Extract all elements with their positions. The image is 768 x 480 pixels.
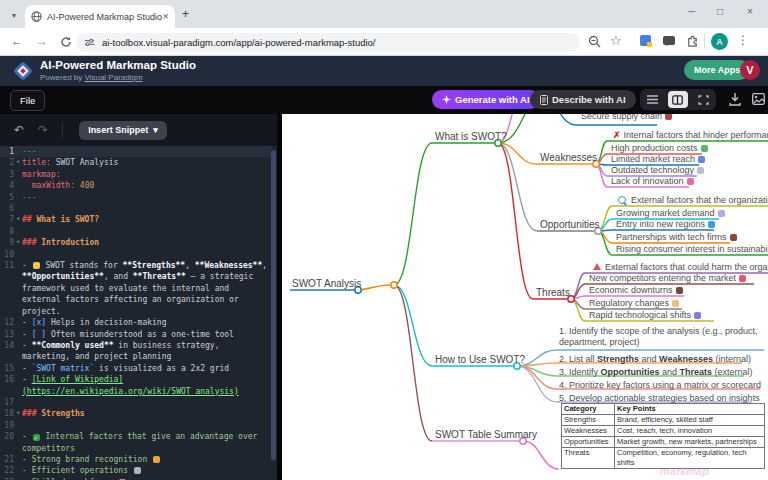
code-line-13[interactable]: 13- [ ] Often misunderstood as a one-tim… (0, 329, 272, 340)
code-line-22[interactable]: 22- Efficient operations (0, 465, 272, 476)
map-node-t2[interactable]: New competitors entering the market (589, 273, 746, 284)
code-line-19[interactable]: 19 (0, 420, 272, 431)
document-icon (540, 95, 548, 105)
code-line-11[interactable]: 11- SWOT stands for **Strengths**, **Wea… (0, 260, 272, 317)
window-maximize-button[interactable]: □ (717, 6, 723, 17)
map-node-weaknesses[interactable]: Weaknesses (540, 152, 597, 163)
new-tab-button[interactable]: + (182, 8, 189, 20)
map-node-opportunities[interactable]: Opportunities (540, 219, 599, 230)
visual-paradigm-badge[interactable]: V (740, 60, 760, 80)
tab-search-chevron-icon[interactable]: ▾ (6, 9, 22, 21)
redo-button[interactable]: ↷ (38, 123, 48, 137)
editor-only-view-button[interactable] (643, 91, 663, 108)
extension-colored-icon[interactable] (640, 35, 651, 46)
code-line-21[interactable]: 21- Strong brand recognition (0, 454, 272, 465)
reload-button[interactable] (60, 36, 72, 48)
map-node-o2[interactable]: Growing market demand (616, 208, 725, 219)
code-line-20[interactable]: 20- ✓ Internal factors that give an adva… (0, 431, 272, 454)
forward-button[interactable]: → (36, 34, 48, 48)
site-settings-icon[interactable] (84, 37, 95, 48)
back-button[interactable]: ← (11, 34, 23, 48)
undo-button[interactable]: ↶ (14, 123, 24, 137)
browser-tab[interactable]: AI-Powered Markmap Studio × (25, 5, 175, 28)
mindmap-canvas[interactable]: SWOT AnalysisWhat is SWOT?Secure supply … (282, 114, 768, 480)
window-close-button[interactable]: × (747, 6, 753, 17)
emoji-icon (687, 178, 694, 185)
map-node-secure-supply-chain[interactable]: Secure supply chain (581, 114, 672, 122)
bookmark-star-icon[interactable]: ☆ (610, 33, 622, 48)
map-node-h3[interactable]: 3. Identify Opportunities and Threats (e… (559, 367, 753, 378)
fold-toggle-icon[interactable]: ▾ (14, 214, 22, 225)
fold-toggle-icon[interactable]: ▾ (14, 408, 22, 419)
file-menu-button[interactable]: File (10, 90, 45, 111)
toolbar-divider (704, 34, 705, 49)
map-node-what-is-swot[interactable]: What is SWOT? (435, 131, 507, 142)
map-node-root[interactable]: SWOT Analysis (292, 278, 361, 289)
code-line-14[interactable]: 14- **Commonly used** in business strate… (0, 340, 272, 363)
warn-icon (593, 263, 601, 270)
map-node-table-summary[interactable]: SWOT Table Summary (435, 429, 537, 440)
code-line-3[interactable]: 3markmap: (0, 169, 272, 180)
code-editor[interactable]: 1---2▾title: SWOT Analysis3markmap:4 max… (0, 146, 272, 480)
map-node-t5[interactable]: Rapid technological shifts (589, 310, 701, 321)
emoji-icon (708, 221, 715, 228)
map-node-o3[interactable]: Entry into new regions (616, 219, 715, 230)
visual-paradigm-link[interactable]: Visual Paradigm (84, 73, 142, 82)
fullscreen-view-button[interactable] (693, 91, 713, 108)
code-line-8[interactable]: 8 (0, 226, 272, 237)
map-node-w4[interactable]: Outdated technology (611, 165, 704, 176)
describe-with-ai-button[interactable]: Describe with AI (530, 90, 636, 109)
emoji-icon (694, 312, 701, 319)
tab-close-icon[interactable]: × (163, 11, 169, 22)
app-title: AI-Powered Markmap Studio (40, 59, 196, 71)
download-icon[interactable] (729, 93, 741, 106)
table-row: OpportunitiesMarket growth, new markets,… (562, 437, 765, 448)
code-line-18[interactable]: 18▾### Strengths (0, 408, 272, 419)
code-line-17[interactable]: 17 (0, 397, 272, 408)
map-node-o4[interactable]: Partnerships with tech firms (616, 232, 737, 243)
export-image-icon[interactable] (752, 93, 765, 105)
map-node-h4[interactable]: 4. Prioritize key factors using a matrix… (559, 380, 761, 391)
code-line-16[interactable]: 16- [Link of Wikipedia](https://en.wikip… (0, 374, 272, 397)
map-node-t3[interactable]: Economic downturns (589, 285, 683, 296)
code-line-5[interactable]: 5--- (0, 192, 272, 203)
map-node-o1[interactable]: External factors that the organization c… (618, 195, 768, 206)
extensions-puzzle-icon[interactable] (686, 34, 699, 47)
map-node-t1[interactable]: External factors that could harm the org… (593, 262, 768, 273)
map-node-t4[interactable]: Regulatory changes (589, 298, 679, 309)
markmap-studio-logo (12, 60, 34, 82)
page-zoom-icon[interactable] (588, 35, 601, 48)
code-line-12[interactable]: 12- [x] Helps in decision-making (0, 317, 272, 328)
split-view-button[interactable] (668, 91, 688, 108)
code-line-2[interactable]: 2▾title: SWOT Analysis (0, 157, 272, 168)
map-node-threats[interactable]: Threats (536, 287, 570, 298)
generate-with-ai-button[interactable]: Generate with AI (432, 90, 540, 109)
fold-toggle-icon[interactable]: ▾ (14, 237, 22, 248)
map-node-w3[interactable]: Limited market reach (611, 154, 705, 165)
code-line-6[interactable]: 6 (0, 203, 272, 214)
browser-menu-kebab-icon[interactable]: ⋮ (737, 33, 749, 47)
map-node-w2[interactable]: High production costs (611, 143, 708, 154)
profile-avatar[interactable]: A (711, 33, 728, 50)
window-minimize-button[interactable]: ─ (688, 6, 695, 17)
map-node-w1[interactable]: ✗Internal factors that hinder performanc… (613, 130, 768, 141)
url-bar[interactable]: ai-toolbox.visual-paradigm.com/app/ai-po… (76, 33, 580, 52)
code-line-9[interactable]: 9▾### Introduction (0, 237, 272, 248)
map-node-o5[interactable]: Rising consumer interest in sustainabili… (616, 244, 768, 255)
code-line-7[interactable]: 7▾## What is SWOT? (0, 214, 272, 225)
code-line-15[interactable]: 15- `SWOT matrix` is visualized as a 2x2… (0, 363, 272, 374)
chat-icon[interactable] (663, 36, 675, 45)
map-node-how-to-use[interactable]: How to Use SWOT? (435, 354, 525, 365)
code-line-1[interactable]: 1--- (0, 146, 272, 157)
emoji-icon (665, 114, 672, 120)
emoji-icon (33, 262, 40, 269)
map-node-w5[interactable]: Lack of innovation (611, 176, 694, 187)
code-line-4[interactable]: 4 maxWidth: 400 (0, 180, 272, 191)
insert-snippet-button[interactable]: Insert Snippet▾ (79, 121, 167, 140)
code-line-10[interactable]: 10 (0, 249, 272, 260)
map-node-h2[interactable]: 2. List all Strengths and Weaknesses (in… (559, 354, 751, 365)
map-node-h1[interactable]: 1. Identify the scope of the analysis (e… (559, 326, 768, 348)
editor-scrollbar[interactable] (271, 150, 276, 460)
table-row: StrengthsBrand, efficiency, skilled staf… (562, 415, 765, 426)
fold-toggle-icon[interactable]: ▾ (14, 157, 22, 168)
